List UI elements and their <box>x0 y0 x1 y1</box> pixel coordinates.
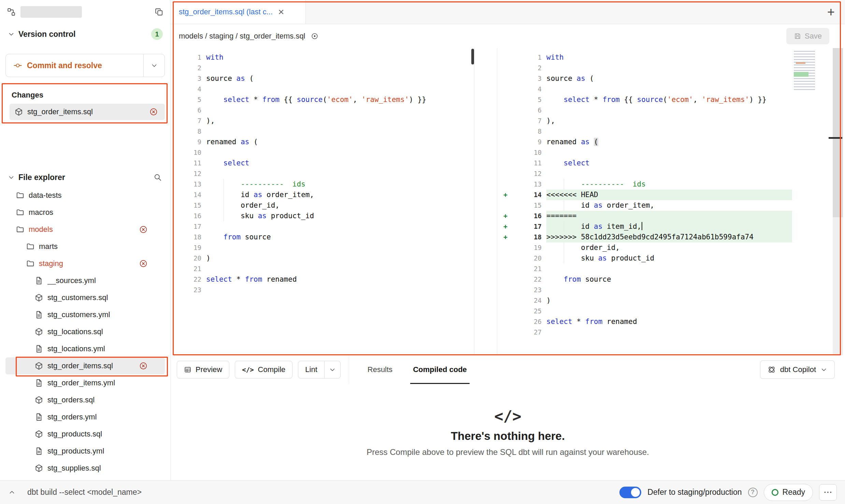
code-line[interactable]: 20) <box>172 253 474 264</box>
file-tree-item-stg_orders.sql[interactable]: stg_orders.sql <box>5 391 165 409</box>
workflow-icon[interactable] <box>7 8 16 16</box>
file-status-icon[interactable] <box>311 32 318 40</box>
file-tree-item-__sources.yml[interactable]: __sources.yml <box>5 272 165 289</box>
code-line[interactable]: +16======= <box>499 211 845 221</box>
file-tree-item-stg_order_items.yml[interactable]: stg_order_items.yml <box>5 374 165 391</box>
file-tree-item-stg_locations.sql[interactable]: stg_locations.sql <box>5 323 165 340</box>
code-line[interactable]: 17 <box>172 221 474 232</box>
code-line[interactable]: 21 <box>172 264 474 274</box>
file-tree-item-stg_locations.yml[interactable]: stg_locations.yml <box>5 340 165 357</box>
code-line[interactable]: 22 from source <box>499 274 845 285</box>
code-line[interactable]: 1with <box>172 52 474 63</box>
code-line[interactable]: 6 <box>172 105 474 116</box>
file-tree-item-data-tests[interactable]: data-tests <box>5 187 165 204</box>
minimap[interactable] <box>794 51 815 92</box>
scrollbar[interactable] <box>833 48 843 355</box>
code-line[interactable]: 21 <box>499 264 845 274</box>
lint-dropdown-button[interactable] <box>324 361 340 378</box>
code-line[interactable]: 14 id as order_item, <box>172 190 474 200</box>
code-line[interactable]: 12 <box>172 168 474 179</box>
preview-button[interactable]: Preview <box>177 361 229 379</box>
code-line[interactable]: 9renamed as ( <box>172 137 474 147</box>
code-line[interactable]: +17 id as item_id, <box>499 221 845 232</box>
save-button[interactable]: Save <box>786 28 829 44</box>
conflict-icon[interactable] <box>139 225 148 234</box>
code-line[interactable]: 3source as ( <box>499 73 845 84</box>
compile-button[interactable]: </> Compile <box>235 361 292 379</box>
lint-button[interactable]: Lint <box>298 361 324 378</box>
file-tree-item-marts[interactable]: marts <box>5 238 165 255</box>
new-tab-button[interactable]: + <box>827 5 835 18</box>
file-tree-item-stg_products.sql[interactable]: stg_products.sql <box>5 426 165 443</box>
code-line[interactable]: 2 <box>499 63 845 73</box>
code-line[interactable]: 8 <box>499 126 845 137</box>
file-tree-item-staging[interactable]: staging <box>5 255 165 272</box>
more-options-button[interactable]: ⋯ <box>819 484 837 501</box>
command-input[interactable]: dbt build --select <model_name> <box>27 488 142 497</box>
code-line[interactable]: 10 <box>499 147 845 158</box>
code-line[interactable]: 15 order_id, <box>172 200 474 211</box>
conflict-icon[interactable] <box>139 361 148 370</box>
version-control-header[interactable]: Version control 1 <box>0 24 170 44</box>
code-line[interactable]: 5 select * from {{ source('ecom', 'raw_i… <box>172 94 474 105</box>
code-line[interactable]: 12 <box>499 168 845 179</box>
code-line[interactable]: 8 <box>172 126 474 137</box>
commit-dropdown-button[interactable] <box>143 54 164 77</box>
commit-and-resolve-button[interactable]: Commit and resolve <box>5 54 165 77</box>
file-tree-item-stg_supplies.sql[interactable]: stg_supplies.sql <box>5 460 165 477</box>
code-line[interactable]: 11 select <box>172 158 474 168</box>
code-line[interactable]: 23 <box>172 285 474 295</box>
code-line[interactable]: 15 id as order_item, <box>499 200 845 211</box>
code-line[interactable]: 4 <box>172 84 474 94</box>
code-line[interactable]: 4 <box>499 84 845 94</box>
defer-toggle[interactable] <box>619 487 641 498</box>
code-line[interactable]: +14<<<<<<< HEAD <box>499 190 845 200</box>
scrollbar-thumb[interactable] <box>833 48 843 217</box>
search-icon[interactable] <box>153 173 162 182</box>
tab-compiled-code[interactable]: Compiled code <box>403 355 477 384</box>
chevron-up-icon[interactable] <box>8 489 16 496</box>
code-line[interactable]: 22select * from renamed <box>172 274 474 285</box>
code-right[interactable]: 1with23source as (45 select * from {{ so… <box>497 48 845 338</box>
conflict-icon[interactable] <box>139 259 148 268</box>
file-tree-item-stg_customers.yml[interactable]: stg_customers.yml <box>5 306 165 323</box>
scrollbar-thumb[interactable] <box>471 49 474 64</box>
code-line[interactable]: 6 <box>499 105 845 116</box>
code-line[interactable]: 24) <box>499 295 845 306</box>
file-tree-item-stg_products.yml[interactable]: stg_products.yml <box>5 443 165 460</box>
code-line[interactable]: 3source as ( <box>172 73 474 84</box>
code-line[interactable]: 11 select <box>499 158 845 168</box>
code-line[interactable]: 27 <box>499 327 845 338</box>
file-tree-item-models[interactable]: models <box>5 221 165 238</box>
editor-tab[interactable]: stg_order_items.sql (last c... × <box>171 0 306 24</box>
help-icon[interactable]: ? <box>748 488 758 497</box>
code-line[interactable]: 19 order_id, <box>499 242 845 253</box>
code-line[interactable]: 25 <box>499 306 845 316</box>
status-ready-pill[interactable]: Ready <box>764 484 813 501</box>
editor-pane-left[interactable]: 1with23source as (45 select * from {{ so… <box>171 48 474 355</box>
file-tree-item-macros[interactable]: macros <box>5 204 165 221</box>
code-line[interactable]: 2 <box>172 63 474 73</box>
code-line[interactable]: 23 <box>499 285 845 295</box>
commit-button-main[interactable]: Commit and resolve <box>6 54 143 77</box>
code-line[interactable]: 10 <box>172 147 474 158</box>
code-line[interactable]: 1with <box>499 52 845 63</box>
code-left[interactable]: 1with23source as (45 select * from {{ so… <box>171 48 474 295</box>
code-line[interactable]: 20 sku as product_id <box>499 253 845 264</box>
editor-pane-right[interactable]: 1with23source as (45 select * from {{ so… <box>497 48 845 355</box>
code-line[interactable]: 16 sku as product_id <box>172 211 474 221</box>
file-tree-item-stg_order_items.sql[interactable]: stg_order_items.sql <box>5 357 165 374</box>
tab-results[interactable]: Results <box>357 355 403 384</box>
code-line[interactable]: 18 from source <box>172 232 474 242</box>
file-tree-item-stg_orders.yml[interactable]: stg_orders.yml <box>5 409 165 426</box>
dbt-copilot-button[interactable]: dbt Copilot <box>760 360 835 379</box>
code-line[interactable]: 7), <box>172 116 474 126</box>
code-line[interactable]: +18>>>>>>> 58c1dd23d5eebd9cd2495fa7124ab… <box>499 232 845 242</box>
code-line[interactable]: 5 select * from {{ source('ecom', 'raw_i… <box>499 94 845 105</box>
file-tree-item-stg_customers.sql[interactable]: stg_customers.sql <box>5 289 165 306</box>
copy-icon[interactable] <box>155 8 163 16</box>
code-line[interactable]: 9renamed as ( <box>499 137 845 147</box>
changes-item[interactable]: stg_order_items.sql <box>10 104 165 120</box>
close-icon[interactable]: × <box>278 7 284 17</box>
code-line[interactable]: 26select * from renamed <box>499 316 845 327</box>
